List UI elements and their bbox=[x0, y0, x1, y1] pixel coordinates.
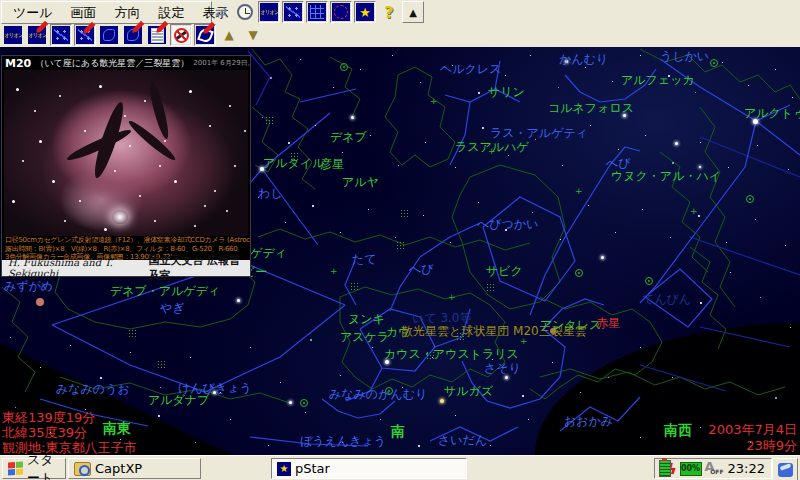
chart-label: 赤星 bbox=[596, 317, 620, 330]
chart-label: コルネフォロス bbox=[548, 102, 634, 115]
tri-down-olive-icon bbox=[244, 26, 262, 44]
menu-item-3[interactable]: 設定 bbox=[150, 2, 194, 24]
scroll-down-button[interactable] bbox=[242, 24, 264, 46]
figure-display-button[interactable] bbox=[98, 24, 120, 46]
star-display-button[interactable] bbox=[354, 1, 376, 23]
circle-button[interactable] bbox=[330, 1, 352, 23]
star-dot bbox=[672, 162, 674, 164]
battery-icon[interactable] bbox=[659, 460, 671, 477]
system-tray: ϟ 00% AOFF 23:22 bbox=[654, 458, 772, 479]
photo-star bbox=[114, 170, 116, 172]
chart-label: ヌンキ bbox=[348, 313, 385, 326]
star-dot bbox=[755, 219, 756, 220]
battery-meter-icon[interactable]: 00% bbox=[680, 462, 702, 476]
star-dot bbox=[360, 69, 361, 70]
name-edit-button[interactable]: オリオン bbox=[26, 24, 48, 46]
arrows-icon bbox=[212, 3, 230, 21]
bright-star bbox=[505, 376, 508, 379]
scroll-up-button[interactable] bbox=[218, 24, 240, 46]
help-button[interactable] bbox=[378, 1, 400, 23]
star-dot bbox=[505, 75, 506, 76]
art-edit-button[interactable] bbox=[194, 24, 216, 46]
star-dot bbox=[250, 347, 251, 348]
constellation-lines-button[interactable] bbox=[282, 1, 304, 23]
star-dot bbox=[640, 347, 641, 348]
chart-label: ウヌク・アル・ハイ bbox=[611, 170, 721, 183]
deepsky-marker-icon bbox=[746, 195, 754, 203]
star-dot bbox=[522, 395, 524, 397]
star-dot bbox=[645, 135, 646, 136]
photo-star bbox=[79, 200, 81, 202]
chart-label: たて bbox=[352, 253, 377, 266]
chart-label: アルフェッカ bbox=[621, 74, 695, 87]
ime-off-icon[interactable]: AOFF bbox=[705, 460, 723, 477]
captxp-icon bbox=[74, 462, 91, 476]
object-photo-date: 2001年 6月29日, 23時30分 (JST) bbox=[193, 58, 250, 68]
star-dot bbox=[310, 339, 312, 341]
star-dot bbox=[315, 125, 316, 126]
orion-icon: オリオン bbox=[260, 3, 278, 21]
star-dot bbox=[40, 367, 41, 368]
chart-label: アルタイル bbox=[263, 157, 324, 170]
cross-marker-icon: + bbox=[330, 267, 338, 276]
photo-star bbox=[99, 85, 102, 88]
star-dot bbox=[478, 202, 479, 203]
star-dot bbox=[695, 92, 696, 93]
circle-icon bbox=[332, 3, 350, 21]
grid-button[interactable] bbox=[306, 1, 328, 23]
star-dot bbox=[730, 272, 731, 273]
constellation-name-button[interactable]: オリオン bbox=[258, 1, 280, 23]
task-button-pstar[interactable]: pStar bbox=[271, 458, 467, 479]
clock-button[interactable] bbox=[234, 1, 256, 23]
star-dot bbox=[775, 397, 777, 399]
bright-star bbox=[237, 299, 240, 302]
photographer-signature: H. Fukushima and T. Sekiguchi bbox=[8, 257, 141, 279]
object-title: （いて座にある散光星雲／三裂星雲） bbox=[35, 57, 189, 70]
deepsky-marker-icon bbox=[645, 277, 653, 285]
photo-star bbox=[226, 210, 228, 212]
nopen-icon bbox=[172, 26, 190, 44]
photo-star bbox=[174, 180, 177, 183]
star-dot bbox=[700, 302, 702, 304]
cluster-marker-icon bbox=[396, 241, 406, 251]
notes-edit-button[interactable] bbox=[146, 24, 168, 46]
photo-star bbox=[59, 95, 61, 97]
star-dot bbox=[790, 327, 791, 328]
name-display-button[interactable]: オリオン bbox=[2, 24, 24, 46]
task-button-captxp[interactable]: CaptXP bbox=[68, 458, 201, 479]
no-draw-button[interactable] bbox=[170, 24, 192, 46]
history-arrows-button[interactable] bbox=[210, 1, 232, 23]
star-dot bbox=[562, 165, 563, 166]
star-chart[interactable]: M20 （いて座にある散光星雲／三裂星雲） 2001年 6月29日, 23時30… bbox=[0, 47, 800, 455]
star-dot bbox=[726, 242, 727, 243]
star-dot bbox=[612, 81, 613, 82]
star-dot bbox=[70, 345, 71, 346]
star-dot bbox=[642, 209, 643, 210]
tray-app-button[interactable] bbox=[772, 458, 798, 480]
photo-star bbox=[84, 130, 86, 132]
star-dot bbox=[615, 232, 616, 233]
collapse-up-button[interactable] bbox=[402, 1, 424, 23]
star-dot bbox=[370, 135, 371, 136]
bright-star bbox=[351, 116, 354, 119]
chart-label: おおかみ bbox=[564, 415, 613, 428]
lines-display-button[interactable] bbox=[50, 24, 72, 46]
star-dot bbox=[482, 127, 484, 129]
star-dot bbox=[608, 377, 609, 378]
chart-label: アスケラ bbox=[340, 331, 389, 344]
cross-marker-icon: + bbox=[520, 337, 528, 346]
observatory-credit: 国立天文台 広報普及室 bbox=[149, 253, 244, 283]
menu-item-1[interactable]: 画面 bbox=[62, 2, 106, 24]
star-dot bbox=[700, 427, 701, 428]
star-dot bbox=[288, 142, 290, 144]
photo-star bbox=[209, 125, 211, 127]
pstar-icon bbox=[277, 462, 291, 476]
star-dot bbox=[670, 237, 671, 238]
photo-star bbox=[104, 228, 107, 231]
menu-item-2[interactable]: 方向 bbox=[106, 2, 150, 24]
lines-edit-button[interactable] bbox=[74, 24, 96, 46]
menu-item-0[interactable]: ツール bbox=[4, 2, 62, 24]
photo-star bbox=[164, 140, 166, 142]
figure-edit-button[interactable] bbox=[122, 24, 144, 46]
start-button[interactable]: スタート bbox=[2, 458, 66, 479]
